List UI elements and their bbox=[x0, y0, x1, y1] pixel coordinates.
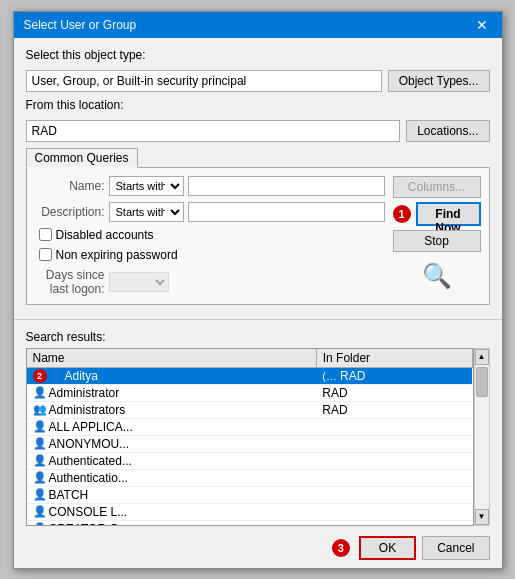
results-body: 2👤Aditya(… RAD👤AdministratorRAD👥Administ… bbox=[27, 367, 473, 526]
user-icon: 👤 bbox=[33, 420, 47, 433]
desc-condition-select[interactable]: Starts with bbox=[109, 202, 184, 222]
description-label: Description: bbox=[35, 205, 105, 219]
scrollbar[interactable]: ▲ ▼ bbox=[474, 348, 490, 526]
location-label: From this location: bbox=[26, 98, 490, 112]
select-user-dialog: Select User or Group ✕ Select this objec… bbox=[13, 11, 503, 569]
result-name-cell: 👤Administrator bbox=[27, 384, 317, 401]
columns-button[interactable]: Columns... bbox=[393, 176, 481, 198]
table-row[interactable]: 👥AdministratorsRAD bbox=[27, 401, 473, 418]
common-queries-box: Name: Starts with Description: Starts wi… bbox=[26, 167, 490, 305]
non-expiring-label: Non expiring password bbox=[56, 248, 178, 262]
object-types-button[interactable]: Object Types... bbox=[388, 70, 490, 92]
user-icon: 👤 bbox=[33, 386, 47, 399]
header-row: Name In Folder bbox=[27, 349, 473, 368]
result-name-text: Authenticatio... bbox=[49, 471, 128, 485]
disabled-accounts-checkbox[interactable] bbox=[39, 228, 52, 241]
scroll-up-button[interactable]: ▲ bbox=[475, 349, 489, 365]
folder-text: RAD bbox=[340, 369, 365, 383]
result-name-text: CREATOR G... bbox=[49, 522, 129, 526]
disabled-accounts-row: Disabled accounts bbox=[39, 228, 385, 242]
find-now-button[interactable]: Find Now bbox=[416, 202, 481, 226]
stop-button[interactable]: Stop bbox=[393, 230, 481, 252]
find-now-container: 1 Find Now bbox=[393, 202, 481, 226]
table-row[interactable]: 👤ALL APPLICA... bbox=[27, 418, 473, 435]
common-queries-tab[interactable]: Common Queries bbox=[26, 148, 138, 168]
table-row[interactable]: 👤Authenticatio... bbox=[27, 469, 473, 486]
result-name-cell: 👥Administrators bbox=[27, 401, 317, 418]
scroll-down-button[interactable]: ▼ bbox=[475, 509, 489, 525]
result-folder-cell: (… RAD bbox=[316, 367, 472, 384]
location-row: Locations... bbox=[26, 120, 490, 142]
locations-button[interactable]: Locations... bbox=[406, 120, 489, 142]
common-queries-left: Name: Starts with Description: Starts wi… bbox=[35, 176, 385, 296]
results-table-wrapper[interactable]: Name In Folder 2👤Aditya(… RAD👤Administra… bbox=[26, 348, 474, 526]
location-input[interactable] bbox=[26, 120, 401, 142]
table-row[interactable]: 👤ANONYMOU... bbox=[27, 435, 473, 452]
name-condition-select[interactable]: Starts with bbox=[109, 176, 184, 196]
non-expiring-checkbox[interactable] bbox=[39, 248, 52, 261]
result-name-cell: 👤Authenticatio... bbox=[27, 469, 317, 486]
common-queries-section: Common Queries Name: Starts with Descrip… bbox=[26, 148, 490, 305]
separator bbox=[14, 319, 502, 320]
result-name-cell: 👤ANONYMOU... bbox=[27, 435, 317, 452]
scroll-thumb[interactable] bbox=[476, 367, 488, 397]
description-input[interactable] bbox=[188, 202, 385, 222]
find-now-badge: 1 bbox=[393, 205, 411, 223]
name-label: Name: bbox=[35, 179, 105, 193]
days-select[interactable] bbox=[109, 272, 169, 292]
results-container: Name In Folder 2👤Aditya(… RAD👤Administra… bbox=[26, 348, 490, 526]
col-name: Name bbox=[27, 349, 317, 368]
dialog-title: Select User or Group bbox=[24, 18, 137, 32]
results-header: Name In Folder bbox=[27, 349, 473, 368]
result-name-cell: 👤BATCH bbox=[27, 486, 317, 503]
object-type-label: Select this object type: bbox=[26, 48, 490, 62]
result-name-text: CONSOLE L... bbox=[49, 505, 128, 519]
result-folder-cell bbox=[316, 418, 472, 435]
ok-badge: 3 bbox=[332, 539, 350, 557]
search-results-label: Search results: bbox=[26, 330, 490, 344]
object-type-row: Object Types... bbox=[26, 70, 490, 92]
user-icon: 👤 bbox=[33, 471, 47, 484]
user-icon: 👤 bbox=[33, 522, 47, 526]
col-folder: In Folder bbox=[316, 349, 472, 368]
table-row[interactable]: 👤AdministratorRAD bbox=[27, 384, 473, 401]
user-icon: 👤 bbox=[49, 369, 63, 382]
row-badge: 2 bbox=[33, 369, 47, 383]
result-name-cell: 👤CONSOLE L... bbox=[27, 503, 317, 520]
bottom-section: Search results: Name In Folder 2👤Aditya(… bbox=[14, 324, 502, 532]
result-name-text: ALL APPLICA... bbox=[49, 420, 133, 434]
user-icon: 👥 bbox=[33, 403, 47, 416]
name-input[interactable] bbox=[188, 176, 385, 196]
table-row[interactable]: 👤CREATOR G... bbox=[27, 520, 473, 526]
dialog-body: Select this object type: Object Types...… bbox=[14, 38, 502, 315]
user-icon: 👤 bbox=[33, 505, 47, 518]
table-row[interactable]: 👤Authenticated... bbox=[27, 452, 473, 469]
results-table: Name In Folder 2👤Aditya(… RAD👤Administra… bbox=[27, 349, 473, 526]
table-row[interactable]: 2👤Aditya(… RAD bbox=[27, 367, 473, 384]
result-name-cell: 👤CREATOR G... bbox=[27, 520, 317, 526]
result-folder-cell bbox=[316, 520, 472, 526]
result-name-text: Administrators bbox=[49, 403, 126, 417]
result-name-text: Administrator bbox=[49, 386, 120, 400]
result-folder-cell bbox=[316, 452, 472, 469]
user-icon: 👤 bbox=[33, 488, 47, 501]
days-label: Days since last logon: bbox=[35, 268, 105, 296]
result-folder-cell: RAD bbox=[316, 401, 472, 418]
result-folder-cell bbox=[316, 435, 472, 452]
close-button[interactable]: ✕ bbox=[472, 18, 492, 32]
result-folder-cell: RAD bbox=[316, 384, 472, 401]
object-type-input[interactable] bbox=[26, 70, 382, 92]
result-folder-cell bbox=[316, 486, 472, 503]
folder-prefix: (… bbox=[322, 370, 340, 382]
result-name-text: BATCH bbox=[49, 488, 89, 502]
result-folder-cell bbox=[316, 469, 472, 486]
cancel-button[interactable]: Cancel bbox=[422, 536, 489, 560]
non-expiring-row: Non expiring password bbox=[39, 248, 385, 262]
description-row: Description: Starts with bbox=[35, 202, 385, 222]
result-folder-cell bbox=[316, 503, 472, 520]
search-icon: 🔍 bbox=[393, 262, 481, 290]
title-bar: Select User or Group ✕ bbox=[14, 12, 502, 38]
table-row[interactable]: 👤CONSOLE L... bbox=[27, 503, 473, 520]
ok-button[interactable]: OK bbox=[359, 536, 416, 560]
table-row[interactable]: 👤BATCH bbox=[27, 486, 473, 503]
